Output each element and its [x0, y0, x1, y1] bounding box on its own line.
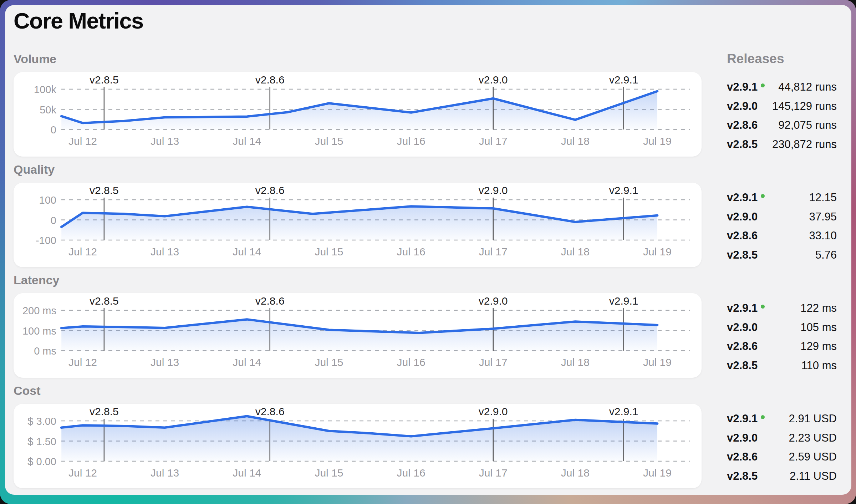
- y-tick-label: 50k: [40, 104, 56, 116]
- x-tick-label: Jul 15: [315, 467, 343, 479]
- x-tick-label: Jul 14: [233, 467, 261, 479]
- y-tick-label: 200 ms: [22, 305, 56, 316]
- release-marker-label: v2.9.0: [479, 74, 508, 86]
- release-version: v2.8.5: [727, 470, 758, 483]
- x-tick-label: Jul 16: [397, 467, 426, 479]
- release-row: v2.9.144,812 runs: [727, 78, 837, 96]
- latency-chart-card: 200 ms100 ms0 msv2.8.5v2.8.6v2.9.0v2.9.1…: [14, 293, 702, 378]
- release-marker-label: v2.9.0: [479, 295, 508, 307]
- release-version: v2.9.1: [727, 412, 765, 425]
- release-value: 44,812 runs: [778, 81, 837, 93]
- x-tick-label: Jul 19: [643, 135, 672, 147]
- section-label-quality: Quality: [14, 163, 55, 177]
- release-value: 145,129 runs: [772, 100, 837, 113]
- release-marker-label: v2.9.1: [609, 295, 638, 307]
- quality-chart: 1000-100v2.8.5v2.8.6v2.9.0v2.9.1Jul 12Ju…: [14, 183, 702, 267]
- release-marker-label: v2.8.6: [255, 184, 285, 196]
- quality-chart-card: 1000-100v2.8.5v2.8.6v2.9.0v2.9.1Jul 12Ju…: [14, 183, 702, 267]
- release-value: 110 ms: [801, 359, 837, 372]
- release-value: 2.11 USD: [790, 470, 837, 483]
- release-row: v2.8.692,075 runs: [727, 117, 837, 134]
- x-tick-label: Jul 19: [643, 467, 672, 479]
- series-area: [61, 416, 657, 461]
- release-version: v2.9.0: [727, 432, 758, 444]
- x-tick-label: Jul 17: [479, 356, 508, 368]
- x-tick-label: Jul 19: [643, 356, 672, 368]
- x-tick-label: Jul 12: [68, 135, 97, 147]
- release-row: v2.9.1122 ms: [727, 300, 837, 317]
- release-row: v2.8.6129 ms: [727, 338, 837, 355]
- latency-chart: 200 ms100 ms0 msv2.8.5v2.8.6v2.9.0v2.9.1…: [14, 293, 702, 378]
- release-version: v2.8.6: [727, 450, 758, 463]
- y-tick-label: $ 1.50: [27, 436, 56, 447]
- section-label-cost: Cost: [14, 384, 41, 398]
- x-tick-label: Jul 12: [68, 246, 97, 258]
- latest-release-dot: [761, 415, 765, 419]
- release-value: 5.76: [815, 249, 837, 261]
- x-tick-label: Jul 16: [397, 246, 426, 258]
- releases-panel-title: Releases: [727, 51, 784, 66]
- volume-chart: 100k50k0v2.8.5v2.8.6v2.9.0v2.9.1Jul 12Ju…: [14, 72, 702, 157]
- release-value: 105 ms: [800, 321, 837, 334]
- x-tick-label: Jul 16: [397, 135, 426, 147]
- x-tick-label: Jul 13: [151, 356, 179, 368]
- y-tick-label: -100: [36, 235, 56, 246]
- x-tick-label: Jul 15: [315, 135, 343, 147]
- release-row: v2.9.112.15: [727, 189, 837, 206]
- x-tick-label: Jul 18: [561, 467, 590, 479]
- cost-chart: $ 3.00$ 1.50$ 0.00v2.8.5v2.8.6v2.9.0v2.9…: [14, 404, 702, 488]
- y-tick-label: 100 ms: [22, 325, 56, 337]
- release-version: v2.8.5: [727, 249, 758, 261]
- release-value: 2.59 USD: [789, 450, 837, 463]
- release-row: v2.8.5110 ms: [727, 357, 837, 374]
- release-value: 129 ms: [800, 340, 837, 353]
- volume-chart-card: 100k50k0v2.8.5v2.8.6v2.9.0v2.9.1Jul 12Ju…: [14, 72, 702, 157]
- latest-release-dot: [761, 194, 765, 198]
- x-tick-label: Jul 12: [68, 467, 97, 479]
- y-tick-label: $ 0.00: [27, 456, 56, 467]
- release-marker-label: v2.9.0: [479, 406, 508, 417]
- series-area: [61, 319, 657, 351]
- x-tick-label: Jul 19: [643, 246, 672, 258]
- release-marker-label: v2.8.5: [90, 74, 119, 86]
- x-tick-label: Jul 17: [479, 467, 508, 479]
- y-tick-label: 0: [51, 124, 56, 136]
- section-label-volume: Volume: [14, 52, 56, 66]
- release-version: v2.9.1: [727, 81, 765, 93]
- release-marker-label: v2.8.5: [90, 295, 119, 307]
- release-version: v2.8.6: [727, 229, 758, 242]
- release-version: v2.9.0: [727, 210, 758, 223]
- release-marker-label: v2.9.1: [609, 406, 638, 417]
- release-row: v2.8.633.10: [727, 227, 837, 244]
- release-version: v2.9.0: [727, 100, 758, 113]
- release-value: 2.91 USD: [789, 412, 837, 425]
- release-marker-label: v2.8.6: [255, 74, 285, 86]
- release-row: v2.8.55.76: [727, 246, 837, 264]
- release-marker-label: v2.8.5: [90, 184, 119, 196]
- release-version: v2.8.6: [727, 119, 758, 132]
- x-tick-label: Jul 18: [561, 356, 590, 368]
- y-tick-label: 0 ms: [34, 345, 56, 357]
- release-row: v2.8.52.11 USD: [727, 468, 837, 485]
- release-value: 122 ms: [800, 302, 837, 315]
- release-marker-label: v2.9.0: [479, 184, 508, 196]
- x-tick-label: Jul 14: [233, 356, 261, 368]
- release-row: v2.8.62.59 USD: [727, 448, 837, 465]
- x-tick-label: Jul 15: [315, 356, 343, 368]
- x-tick-label: Jul 18: [561, 135, 590, 147]
- release-row: v2.9.0105 ms: [727, 319, 837, 336]
- release-row: v2.9.12.91 USD: [727, 410, 837, 427]
- section-label-latency: Latency: [14, 273, 60, 287]
- release-value: 12.15: [809, 191, 837, 204]
- release-marker-label: v2.8.5: [90, 406, 119, 417]
- x-tick-label: Jul 14: [233, 246, 261, 258]
- release-marker-label: v2.9.1: [609, 74, 638, 86]
- release-version: v2.8.5: [727, 138, 758, 151]
- x-tick-label: Jul 13: [151, 467, 179, 479]
- x-tick-label: Jul 17: [479, 135, 508, 147]
- release-row: v2.9.02.23 USD: [727, 429, 837, 447]
- release-row: v2.8.5230,872 runs: [727, 136, 837, 153]
- release-row: v2.9.0145,129 runs: [727, 98, 837, 115]
- release-version: v2.9.0: [727, 321, 758, 334]
- x-tick-label: Jul 13: [151, 135, 179, 147]
